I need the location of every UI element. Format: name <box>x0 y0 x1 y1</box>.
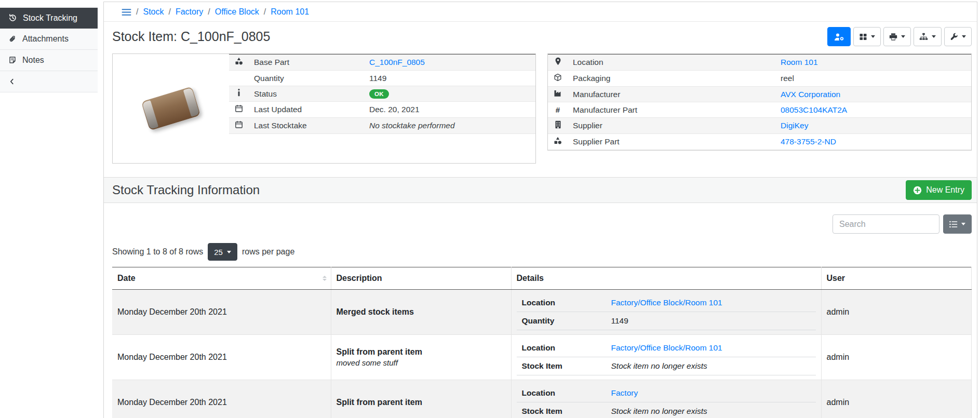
map-marker-icon <box>555 57 561 65</box>
table-controls <box>104 203 977 234</box>
supplier-part-link[interactable]: 478-3755-2-ND <box>781 137 836 146</box>
columns-dropdown-button[interactable] <box>943 214 972 234</box>
search-input[interactable] <box>833 214 939 234</box>
quantity-value: 1149 <box>606 312 816 330</box>
stock-item-missing-text: Stock item no longer exists <box>606 402 816 418</box>
print-actions-dropdown[interactable] <box>883 27 911 46</box>
detail-label: Location <box>568 55 775 71</box>
app-root: Stock Tracking Attachments Notes / <box>0 0 980 418</box>
details-cell: Location Factory/Office Block/Room 101 Q… <box>511 290 821 335</box>
display-options-dropdown[interactable] <box>853 27 881 46</box>
location-link[interactable]: Factory/Office Block/Room 101 <box>611 298 722 307</box>
list-icon <box>949 221 958 228</box>
last-stocktake-value: No stocktake performed <box>364 118 535 134</box>
stock-tracking-table: Date Description Details User Monday Dec… <box>112 267 972 418</box>
new-entry-label: New Entry <box>926 185 964 195</box>
column-header-user[interactable]: User <box>821 267 972 290</box>
last-updated-value: Dec. 20, 2021 <box>364 102 535 118</box>
section-title: Stock Tracking Information <box>112 183 260 197</box>
part-thumbnail[interactable] <box>113 54 229 163</box>
tracking-table-wrap: Date Description Details User Monday Dec… <box>104 267 977 418</box>
capacitor-image <box>141 86 201 130</box>
sidebar-item-attachments[interactable]: Attachments <box>0 29 98 50</box>
detail-subrow: Location Factory/Office Block/Room 101 <box>517 294 816 312</box>
table-header-row: Date Description Details User <box>112 267 972 290</box>
info-icon <box>237 89 241 97</box>
detail-row-base-part: Base Part C_100nF_0805 <box>229 55 535 71</box>
table-row: Monday December 20th 2021 Merged stock i… <box>112 290 972 335</box>
detail-label: Packaging <box>568 71 775 87</box>
column-header-date[interactable]: Date <box>112 267 331 290</box>
breadcrumb-link-office-block[interactable]: Office Block <box>215 7 259 17</box>
manufacturer-link[interactable]: AVX Corporation <box>781 90 840 99</box>
manufacturer-part-link[interactable]: 08053C104KAT2A <box>781 105 847 114</box>
sidebar-item-notes[interactable]: Notes <box>0 50 98 71</box>
date-cell: Monday December 20th 2021 <box>112 335 331 380</box>
breadcrumb-separator: / <box>168 7 170 17</box>
location-link[interactable]: Room 101 <box>781 58 818 66</box>
tracking-section-header: Stock Tracking Information New Entry <box>104 177 977 203</box>
user-cog-icon <box>834 33 844 41</box>
calendar-icon <box>235 120 243 129</box>
description-cell: Split from parent item moved some stuff <box>331 335 511 380</box>
table-row: Monday December 20th 2021 Split from par… <box>112 380 972 418</box>
note-icon <box>8 56 17 64</box>
detail-row-manufacturer: Manufacturer AVX Corporation <box>548 87 971 102</box>
pagination-info: Showing 1 to 8 of 8 rows 25 rows per pag… <box>104 234 977 267</box>
detail-subrow: Quantity 1149 <box>517 312 816 330</box>
details-cell: Location Factory Stock Item Stock item n… <box>511 380 821 418</box>
shapes-icon <box>235 57 243 65</box>
sort-icon[interactable] <box>323 276 327 281</box>
chevron-down-icon <box>871 35 875 38</box>
stock-item-detail-panels: Base Part C_100nF_0805 Quantity 1149 Sta… <box>104 53 977 164</box>
detail-row-supplier: Supplier DigiKey <box>548 118 971 134</box>
page-size-value: 25 <box>214 248 223 257</box>
table-row: Monday December 20th 2021 Split from par… <box>112 335 972 380</box>
stock-item-summary-panel: Base Part C_100nF_0805 Quantity 1149 Sta… <box>112 53 536 164</box>
stock-adjust-actions-button[interactable] <box>827 27 851 46</box>
status-badge: OK <box>369 89 389 99</box>
showing-rows-text: Showing 1 to 8 of 8 rows <box>112 247 203 257</box>
detail-row-status: Status OK <box>229 86 535 102</box>
details-cell: Location Factory/Office Block/Room 101 S… <box>511 335 821 380</box>
new-entry-button[interactable]: New Entry <box>906 180 972 200</box>
detail-row-quantity: Quantity 1149 <box>229 71 535 86</box>
breadcrumb-link-room-101[interactable]: Room 101 <box>271 7 309 17</box>
plus-circle-icon <box>913 186 922 195</box>
page-size-dropdown[interactable]: 25 <box>208 243 237 261</box>
column-header-description[interactable]: Description <box>331 267 511 290</box>
sidebar-item-label: Stock Tracking <box>23 14 77 23</box>
sidebar: Stock Tracking Attachments Notes <box>0 0 98 418</box>
chevron-down-icon <box>961 223 965 225</box>
page-header: Stock Item: C_100nF_0805 <box>104 22 977 53</box>
printer-icon <box>889 33 897 41</box>
stock-item-sourcing-panel: Location Room 101 Packaging reel Manufac… <box>547 53 972 151</box>
detail-label: Base Part <box>249 55 364 71</box>
detail-label: Quantity <box>249 71 364 86</box>
base-part-link[interactable]: C_100nF_0805 <box>369 58 425 66</box>
hamburger-icon[interactable] <box>122 8 131 16</box>
breadcrumb-link-factory[interactable]: Factory <box>176 7 203 17</box>
sidebar-item-stock-tracking[interactable]: Stock Tracking <box>0 7 98 29</box>
main-panel: / Stock / Factory / Office Block / Room … <box>103 2 977 418</box>
user-cell: admin <box>821 335 972 380</box>
calendar-icon <box>235 104 243 113</box>
breadcrumb-link-stock[interactable]: Stock <box>143 7 164 17</box>
box-icon <box>554 73 562 82</box>
column-header-details[interactable]: Details <box>511 267 821 290</box>
stock-actions-dropdown[interactable] <box>914 27 942 46</box>
tracking-note: moved some stuff <box>337 358 506 367</box>
user-cell: admin <box>821 380 972 418</box>
location-link[interactable]: Factory/Office Block/Room 101 <box>611 343 722 352</box>
supplier-link[interactable]: DigiKey <box>781 121 808 130</box>
date-cell: Monday December 20th 2021 <box>112 380 331 418</box>
sidebar-item-label: Notes <box>22 56 44 65</box>
admin-actions-dropdown[interactable] <box>944 27 972 46</box>
industry-icon <box>554 89 562 97</box>
detail-label: Manufacturer Part <box>568 102 775 118</box>
location-link[interactable]: Factory <box>611 388 638 397</box>
chevron-down-icon <box>932 35 936 38</box>
detail-row-packaging: Packaging reel <box>548 71 971 87</box>
page-title: Stock Item: C_100nF_0805 <box>112 29 270 44</box>
sidebar-collapse-button[interactable] <box>0 71 98 92</box>
